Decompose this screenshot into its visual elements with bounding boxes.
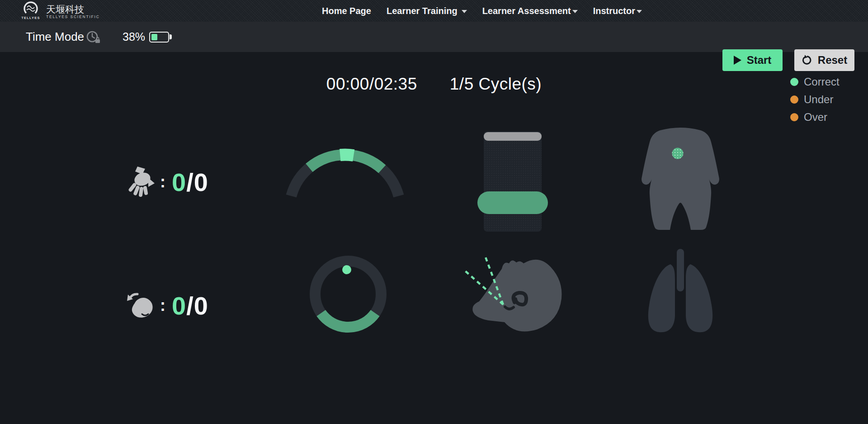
legend-item-over: Over: [790, 111, 840, 123]
head-tilt-silhouette: [461, 249, 565, 337]
nav-item-label: Learner Training: [387, 6, 458, 16]
compression-rate-gauge: [282, 144, 408, 212]
battery-fill: [151, 34, 157, 40]
brand-name-en: TELLYES SCIENTIFIC: [46, 14, 100, 19]
battery-percent: 38%: [123, 30, 145, 43]
ventilation-head-icon: [127, 289, 155, 322]
depth-target-zone: [477, 191, 548, 214]
over-dot-icon: [790, 113, 798, 121]
brand-name-cn: 天堰科技: [46, 4, 100, 14]
count-slash: /: [186, 291, 194, 320]
ventilation-count-current: 0: [172, 291, 186, 320]
logo-circle-icon: [22, 1, 40, 17]
compression-count-current: 0: [172, 167, 186, 197]
chevron-down-icon: [572, 10, 578, 13]
nav-item-instructor[interactable]: Instructor: [593, 6, 642, 16]
battery-nub: [170, 34, 172, 39]
cpr-training-screen: TELLYES 天堰科技 TELLYES SCIENTIFIC Home Pag…: [0, 0, 868, 424]
reset-icon: [802, 55, 812, 66]
lungs-icon: [635, 248, 726, 336]
under-dot-icon: [790, 95, 798, 104]
compression-count-total: 0: [194, 167, 208, 197]
battery-icon: [149, 32, 169, 43]
legend-label: Correct: [804, 76, 840, 88]
session-timer: 00:00/02:35: [326, 75, 417, 94]
legend-item-correct: Correct: [790, 76, 840, 88]
time-mode-label: Time Mode: [26, 30, 84, 44]
legend-label: Over: [804, 111, 827, 124]
battery-status: 38%: [123, 22, 172, 52]
chevron-down-icon: [637, 10, 642, 13]
legend-label: Under: [804, 93, 833, 106]
logo-text: TELLYES: [21, 16, 40, 20]
correct-dot-icon: [790, 78, 798, 86]
tellyes-logo-icon: TELLYES: [21, 1, 41, 22]
ventilation-counter: : 0 / 0: [127, 289, 208, 322]
body-silhouette: [633, 127, 728, 231]
start-button-label: Start: [747, 54, 772, 67]
compression-count: 0 / 0: [172, 167, 208, 197]
toolbar: Time Mode 38% Start Reset: [0, 22, 868, 52]
depth-bar-top-marker: [484, 132, 542, 141]
session-header: 00:00/02:35 1/5 Cycle(s): [0, 75, 868, 94]
colon-separator: :: [160, 296, 165, 315]
depth-bar-track: [484, 131, 542, 232]
compression-counter: : 0 / 0: [128, 165, 208, 199]
brand-logo[interactable]: TELLYES 天堰科技 TELLYES SCIENTIFIC: [21, 1, 100, 22]
play-icon: [734, 56, 741, 65]
nav-item-learner-assessment[interactable]: Learner Assessment: [482, 6, 578, 16]
colon-separator: :: [160, 172, 165, 191]
reset-button-label: Reset: [818, 54, 847, 67]
top-navbar: TELLYES 天堰科技 TELLYES SCIENTIFIC Home Pag…: [0, 0, 868, 22]
nav-item-label: Learner Assessment: [482, 6, 571, 16]
reset-button[interactable]: Reset: [794, 49, 854, 71]
nav-item-learner-training[interactable]: Learner Training: [387, 6, 467, 16]
status-legend: Correct Under Over: [790, 76, 840, 123]
compression-depth-bar: [477, 131, 548, 232]
ventilation-count-total: 0: [194, 291, 208, 320]
nav-item-label: Instructor: [593, 6, 635, 16]
compression-hands-icon: [128, 165, 155, 199]
start-button[interactable]: Start: [722, 49, 783, 71]
cycle-counter: 1/5 Cycle(s): [450, 75, 542, 94]
rate-indicator-dot: [342, 265, 351, 274]
legend-item-under: Under: [790, 94, 840, 105]
nav-item-home-page[interactable]: Home Page: [322, 6, 371, 16]
chevron-down-icon: [462, 10, 467, 13]
ventilation-count: 0 / 0: [172, 291, 208, 320]
nav-menu: Home Page Learner Training Learner Asses…: [322, 0, 642, 22]
time-mode-control[interactable]: Time Mode: [26, 22, 101, 52]
ventilation-rate-gauge: [307, 252, 389, 333]
count-slash: /: [186, 167, 194, 197]
nav-item-label: Home Page: [322, 6, 371, 16]
clock-lock-icon: [86, 30, 101, 44]
